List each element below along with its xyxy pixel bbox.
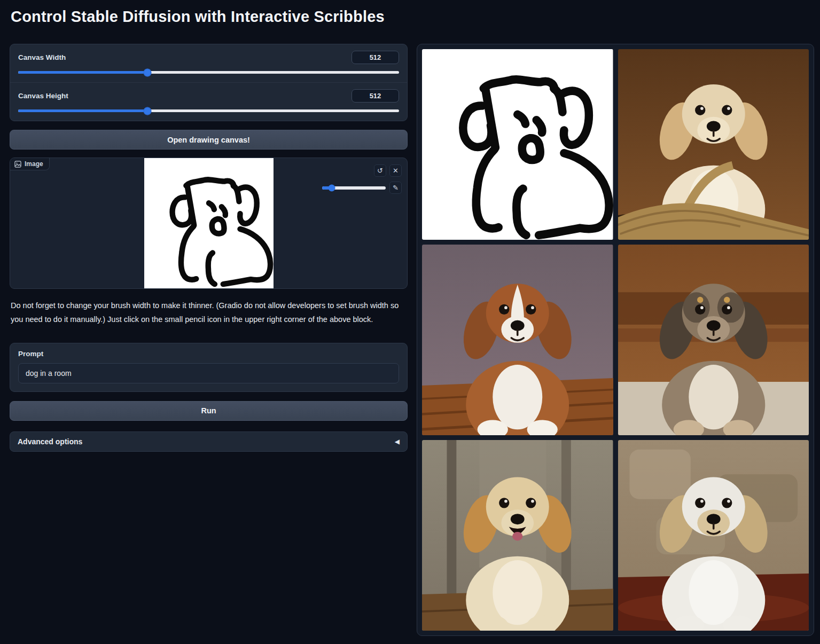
scribble-thumbnail bbox=[422, 49, 613, 240]
scribble-drawing bbox=[144, 158, 274, 288]
gallery-item-6[interactable] bbox=[618, 440, 809, 631]
open-drawing-canvas-button[interactable]: Open drawing canvas! bbox=[10, 130, 408, 150]
advanced-options-accordion[interactable]: Advanced options ◀ bbox=[10, 431, 408, 452]
close-icon: ✕ bbox=[393, 167, 399, 174]
image-icon bbox=[14, 161, 21, 168]
canvas-height-label: Canvas Height bbox=[18, 92, 68, 100]
chevron-left-icon: ◀ bbox=[395, 438, 400, 445]
gallery-item-3[interactable] bbox=[422, 245, 613, 435]
generated-dog-image bbox=[422, 245, 613, 435]
results-column bbox=[417, 44, 814, 636]
image-component-label: Image bbox=[10, 158, 50, 170]
gallery-item-4[interactable] bbox=[618, 245, 809, 435]
pencil-icon: ✎ bbox=[393, 184, 399, 191]
advanced-options-label: Advanced options bbox=[18, 437, 82, 446]
slider-thumb[interactable] bbox=[144, 68, 152, 76]
generated-dog-image bbox=[618, 440, 809, 631]
canvas-width-row: Canvas Width bbox=[10, 44, 407, 82]
generated-dog-image bbox=[618, 49, 809, 240]
slider-thumb[interactable] bbox=[144, 107, 152, 115]
controls-column: Canvas Width Canvas Height bbox=[10, 44, 408, 452]
main-layout: Canvas Width Canvas Height bbox=[10, 44, 814, 636]
canvas-size-panel: Canvas Width Canvas Height bbox=[10, 44, 408, 121]
gallery-item-5[interactable] bbox=[422, 440, 613, 631]
slider-thumb[interactable] bbox=[328, 184, 335, 191]
app-page: Control Stable Diffusion with Interactiv… bbox=[0, 0, 820, 644]
brush-size-slider[interactable] bbox=[322, 186, 386, 190]
editor-corner-tools: ↺ ✕ bbox=[374, 164, 402, 177]
undo-icon: ↺ bbox=[377, 167, 383, 174]
prompt-input[interactable] bbox=[18, 363, 399, 383]
canvas-width-label: Canvas Width bbox=[18, 53, 66, 61]
brush-width-note: Do not forget to change your brush width… bbox=[11, 299, 407, 327]
undo-button[interactable]: ↺ bbox=[374, 164, 386, 177]
canvas-height-value-input[interactable] bbox=[352, 89, 399, 103]
clear-button[interactable]: ✕ bbox=[389, 164, 402, 177]
canvas-width-value-input[interactable] bbox=[352, 51, 399, 64]
drawing-canvas[interactable] bbox=[144, 158, 274, 288]
canvas-height-row: Canvas Height bbox=[10, 82, 407, 121]
gallery-item-1[interactable] bbox=[422, 49, 613, 240]
prompt-label: Prompt bbox=[18, 350, 399, 358]
image-editor-block: Image ↺ ✕ ✎ bbox=[10, 158, 408, 289]
canvas-height-slider[interactable] bbox=[18, 109, 399, 112]
prompt-panel: Prompt bbox=[10, 343, 408, 392]
generated-dog-image bbox=[422, 440, 613, 631]
run-button[interactable]: Run bbox=[10, 401, 408, 421]
gallery-item-2[interactable] bbox=[618, 49, 809, 240]
pencil-button[interactable]: ✎ bbox=[389, 182, 402, 194]
generated-dog-image bbox=[618, 245, 809, 435]
page-title: Control Stable Diffusion with Interactiv… bbox=[11, 8, 814, 26]
result-gallery bbox=[417, 44, 814, 636]
brush-size-controls: ✎ bbox=[322, 182, 402, 194]
canvas-width-slider[interactable] bbox=[18, 71, 399, 74]
slider-fill bbox=[18, 71, 147, 74]
slider-fill bbox=[18, 109, 147, 112]
